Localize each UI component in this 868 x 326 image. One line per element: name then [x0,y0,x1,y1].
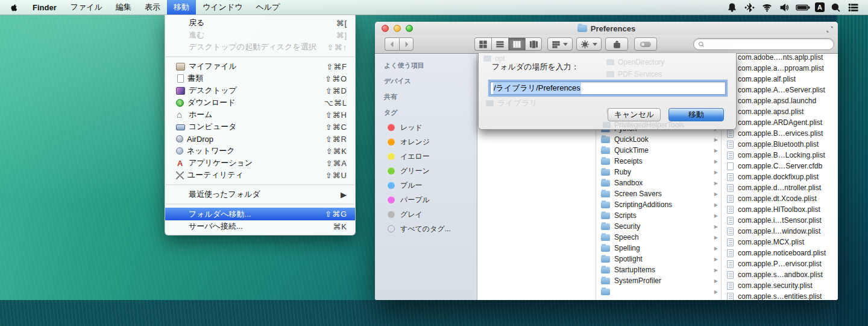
go-menu-item[interactable]: ネットワーク ⇧⌘K [165,145,355,157]
menubar-menu-item[interactable]: ウインドウ [196,0,250,14]
icon-view-button[interactable] [474,37,491,51]
menubar-menu-item[interactable]: 移動 [167,0,196,14]
folder-proxy-icon[interactable] [577,25,587,32]
folder-row[interactable]: Receipts ▶ [596,156,721,167]
go-menu-item[interactable]: フォルダへ移動... ⇧⌘G [165,208,355,220]
go-menu-item[interactable]: 戻る ⌘[ [165,17,355,29]
share-button[interactable] [605,37,628,51]
menubar-menu-item[interactable]: 編集 [109,0,138,14]
file-row[interactable]: com.apple.noticeboard.plist [722,248,838,258]
go-menu-item[interactable]: マイファイル ⇧⌘F [165,60,355,72]
tags-button[interactable] [634,37,657,51]
folder-row[interactable]: Scripts ▶ [596,210,721,221]
go-button[interactable]: 移動 [668,108,724,121]
file-row[interactable]: com.apple.dt.Xcode.plist [722,193,838,204]
window-titlebar[interactable]: Preferences [375,22,838,35]
sidebar-tag-item[interactable]: レッド [384,120,477,135]
menubar-menu-item[interactable]: Finder [25,0,64,14]
folder-row[interactable]: QuickLook ▶ [596,134,721,145]
sidebar-tag-item[interactable]: すべてのタグ... [384,222,477,236]
menubar-menu-item[interactable]: 表示 [138,0,167,14]
search-input[interactable] [693,38,834,50]
file-row[interactable]: com.apple.HIToolbox.plist [722,204,838,215]
go-menu-item[interactable]: アプリケーション ⇧⌘A [165,157,355,169]
minimize-button[interactable] [394,25,401,32]
menubar-menu-item[interactable]: ヘルプ [249,0,286,14]
folder-row[interactable]: Ruby ▶ [596,167,721,177]
battery-icon[interactable] [795,1,811,14]
list-view-button[interactable] [491,37,508,51]
go-menu-item[interactable]: 進む ⌘] [165,29,355,41]
file-row[interactable]: com.apple.dockfixup.plist [722,171,838,182]
sidebar-tag-item[interactable]: グレイ [384,207,477,222]
go-menu-item[interactable] [166,56,354,57]
notification-center-icon[interactable] [846,1,860,14]
go-menu-item[interactable]: コンピュータ ⇧⌘C [165,121,355,133]
fullscreen-icon[interactable] [826,25,834,33]
cancel-button[interactable]: キャンセル [608,108,661,121]
file-row[interactable]: com.apple.apsd.launchd [722,95,838,106]
folder-row[interactable]: QuickTime ▶ [596,145,721,156]
file-row[interactable]: com.apple.s…entities.plist [722,291,838,300]
go-menu-item[interactable]: ホーム ⇧⌘H [165,109,355,121]
go-menu-item[interactable]: サーバへ接続... ⌘K [165,220,355,232]
apple-menu[interactable] [0,0,25,14]
menubar-menu-item[interactable]: ファイル [64,0,109,14]
go-menu-item[interactable]: デスクトップ ⇧⌘D [165,85,355,97]
file-row[interactable]: com.apple.security.plist [722,280,838,291]
file-row[interactable]: com.apple.C…Server.cfdb [722,161,838,171]
file-row[interactable]: com.apple.A…eServer.plist [722,85,838,95]
bluetooth-icon[interactable] [743,1,756,14]
path-input[interactable]: /ライブラリ/Preferences [490,82,726,95]
action-gear-button[interactable] [576,37,602,51]
folder-row[interactable]: Sandbox ▶ [596,177,721,188]
spotlight-icon[interactable] [829,1,842,14]
folder-row[interactable]: ScriptingAdditions ▶ [596,199,721,210]
folder-row[interactable]: Spelling ▶ [596,243,721,254]
go-menu-item[interactable]: 書類 ⇧⌘O [165,72,355,85]
file-row[interactable]: com.apple.Bluetooth.plist [722,139,838,150]
folder-row[interactable]: ▶ [596,286,721,297]
file-row[interactable]: com.apple.s…andbox.plist [722,269,838,280]
folder-row[interactable]: SystemProfiler ▶ [596,275,721,286]
file-row[interactable]: com.apple.a…pproam.plist [722,63,838,74]
folder-row[interactable]: Speech ▶ [596,232,721,243]
file-row[interactable]: com.apple.d…ntroller.plist [722,182,838,193]
go-menu-item[interactable]: ユーティリティ ⇧⌘U [165,169,355,181]
input-source-icon[interactable]: A [815,2,825,12]
zoom-button[interactable] [406,25,413,32]
file-row[interactable]: com.apple.MCX.plist [722,237,838,248]
folder-row[interactable]: Security ▶ [596,221,721,232]
column-view-button[interactable] [508,37,525,51]
sidebar-tag-item[interactable]: イエロー [384,149,477,164]
file-row[interactable]: com.apple.B…Locking.plist [722,150,838,161]
go-menu-item[interactable]: デスクトップの起動ディスクを選択 ⇧⌘↑ [165,41,355,53]
folder-row[interactable]: StartupItems ▶ [596,264,721,275]
go-menu-item[interactable] [166,203,354,205]
file-row[interactable]: com.apple.apsd.plist [722,106,838,117]
sidebar-tag-item[interactable]: グリーン [384,164,477,178]
arrange-menu-button[interactable] [547,37,573,51]
back-button[interactable] [385,37,399,51]
volume-icon[interactable] [778,1,791,14]
file-row[interactable]: com.apple.i…tSensor.plist [722,215,838,226]
folder-row[interactable]: Screen Savers ▶ [596,188,721,199]
go-menu-item[interactable]: 最近使ったフォルダ ▶ [165,188,355,200]
wifi-icon[interactable] [760,1,773,14]
file-row[interactable]: com.apple.l…window.plist [722,226,838,237]
bell-icon[interactable] [725,1,738,14]
go-menu-item[interactable]: AirDrop ⇧⌘R [165,133,355,145]
file-row[interactable]: com.apple.P…ervisor.plist [722,258,838,269]
file-row[interactable]: com.apple.alf.plist [722,74,838,85]
sidebar-tag-item[interactable]: パープル [384,193,477,207]
sidebar-tag-item[interactable]: オレンジ [384,135,477,149]
go-menu-item[interactable] [166,184,354,185]
coverflow-view-button[interactable] [525,37,542,51]
folder-row[interactable]: Spotlight ▶ [596,254,721,264]
forward-button[interactable] [399,37,414,51]
go-menu-item[interactable]: ダウンロード ⌥⌘L [165,97,355,109]
file-row[interactable]: com.apple.B…ervices.plist [722,128,838,139]
sidebar-tag-item[interactable]: ブルー [384,178,477,193]
close-button[interactable] [382,25,389,32]
file-row[interactable]: com.apple.ARDAgent.plist [722,117,838,128]
